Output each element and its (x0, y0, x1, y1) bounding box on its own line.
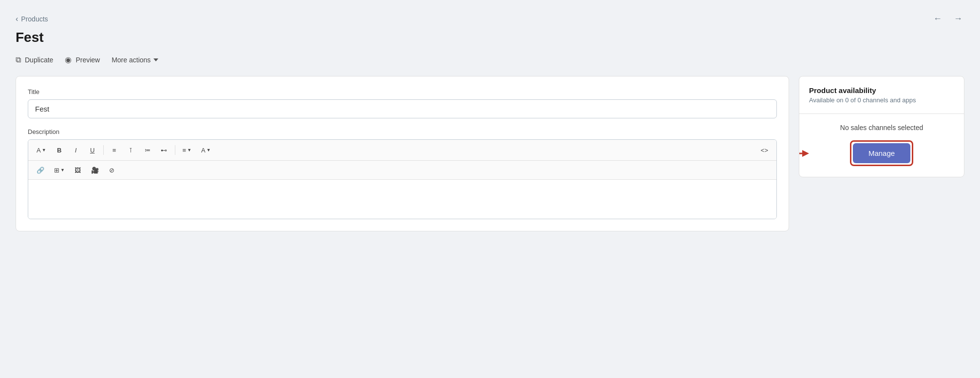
duplicate-icon: ⧉ (16, 56, 21, 64)
text-color-dropdown-icon: ▼ (207, 148, 211, 152)
title-input[interactable] (28, 99, 777, 118)
video-button[interactable]: 🎥 (87, 163, 103, 177)
align-icon: ≡ (183, 147, 187, 154)
manage-button-container: Manage (809, 139, 954, 167)
duplicate-button[interactable]: ⧉ Duplicate (16, 54, 53, 66)
font-label: A (37, 147, 41, 154)
indent-icon: ⊺ (129, 147, 132, 154)
italic-label: I (75, 147, 77, 154)
font-button[interactable]: A ▼ (32, 143, 51, 157)
svg-marker-1 (802, 150, 809, 157)
bullet-list-icon: ≡ (113, 147, 116, 154)
back-arrow-button[interactable]: ← (931, 12, 944, 26)
text-color-button[interactable]: A ▼ (197, 143, 215, 157)
ordered-list-button[interactable]: ≔ (140, 143, 155, 157)
duplicate-label: Duplicate (25, 56, 53, 64)
bold-button[interactable]: B (52, 143, 67, 157)
nav-arrows: ← → (931, 12, 964, 26)
page-title: Fest (16, 30, 964, 45)
link-button[interactable]: 🔗 (32, 163, 49, 177)
description-label: Description (28, 128, 777, 135)
underline-button[interactable]: U (85, 143, 100, 157)
product-availability-section: Product availability Available on 0 of 0… (799, 76, 964, 114)
preview-button[interactable]: ◉ Preview (65, 53, 100, 66)
availability-subtitle: Available on 0 of 0 channels and apps (809, 96, 954, 104)
block-icon: ⊘ (109, 167, 114, 174)
code-icon: <> (761, 147, 768, 154)
indent-button[interactable]: ⊺ (123, 143, 139, 157)
more-actions-button[interactable]: More actions (112, 54, 158, 66)
outdent-icon: ⊷ (161, 147, 167, 154)
editor-content[interactable] (28, 180, 776, 219)
ordered-list-icon: ≔ (145, 147, 151, 153)
image-button[interactable]: 🖼 (70, 163, 86, 177)
preview-icon: ◉ (65, 55, 72, 64)
video-icon: 🎥 (91, 167, 99, 174)
title-field-label: Title (28, 88, 777, 95)
breadcrumb[interactable]: ‹ Products (16, 15, 48, 23)
no-channels-section: No sales channels selected Manage (799, 114, 964, 177)
text-color-label: A (201, 147, 206, 154)
chevron-left-icon: ‹ (16, 15, 18, 23)
italic-button[interactable]: I (68, 143, 84, 157)
description-editor: A ▼ B I U ≡ (28, 139, 777, 219)
code-button[interactable]: <> (756, 143, 773, 157)
table-dropdown-icon: ▼ (60, 168, 65, 172)
outdent-button[interactable]: ⊷ (156, 143, 172, 157)
image-icon: 🖼 (75, 167, 81, 174)
underline-label: U (90, 147, 94, 154)
no-channels-text: No sales channels selected (809, 124, 954, 132)
editor-toolbar-row1: A ▼ B I U ≡ (28, 140, 776, 161)
align-button[interactable]: ≡ ▼ (178, 143, 196, 157)
link-icon: 🔗 (37, 167, 44, 174)
manage-button-highlight: Manage (853, 143, 910, 163)
main-layout: Title Description A ▼ B I (16, 76, 964, 231)
manage-button[interactable]: Manage (853, 143, 910, 163)
table-icon: ⊞ (54, 167, 59, 174)
breadcrumb-label: Products (21, 15, 48, 23)
forward-arrow-button[interactable]: → (952, 12, 964, 26)
breadcrumb-row: ‹ Products ← → (16, 12, 964, 26)
font-dropdown-icon: ▼ (42, 148, 46, 152)
bold-label: B (57, 147, 61, 154)
separator-2 (175, 145, 175, 155)
bullet-list-button[interactable]: ≡ (107, 143, 122, 157)
toolbar: ⧉ Duplicate ◉ Preview More actions (16, 53, 964, 66)
block-button[interactable]: ⊘ (104, 163, 120, 177)
sidebar-card: Product availability Available on 0 of 0… (799, 76, 964, 177)
availability-title: Product availability (809, 86, 954, 94)
table-button[interactable]: ⊞ ▼ (50, 163, 69, 177)
more-actions-label: More actions (112, 56, 151, 64)
content-card: Title Description A ▼ B I (16, 76, 789, 231)
align-dropdown-icon: ▼ (187, 148, 191, 152)
annotation-arrow (799, 149, 809, 158)
preview-label: Preview (75, 56, 100, 64)
separator-1 (103, 145, 104, 155)
editor-toolbar-row2: 🔗 ⊞ ▼ 🖼 🎥 ⊘ (28, 161, 776, 180)
chevron-down-icon (153, 58, 158, 61)
